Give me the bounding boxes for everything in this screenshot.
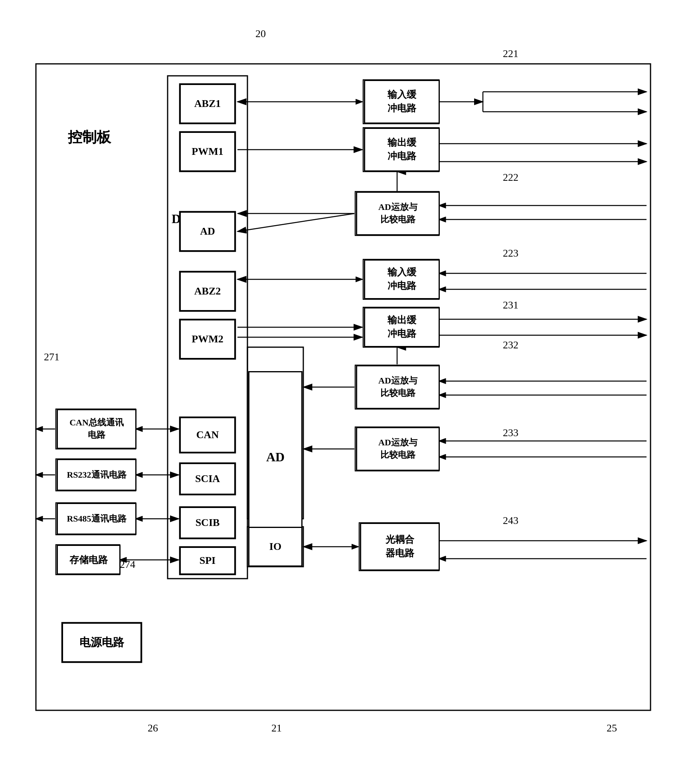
ref-233: 233	[503, 427, 518, 439]
scib-box: SCIB	[180, 507, 235, 539]
opto-box: 光耦合 器电路	[360, 523, 440, 571]
pwm1-box: PWM1	[180, 132, 235, 172]
ref-222: 222	[503, 172, 518, 184]
ad-circuit1-box: AD运放与 比较电路	[356, 192, 440, 235]
scia-box: SCIA	[180, 463, 235, 495]
can-dsp-box: CAN	[180, 417, 235, 453]
ad-main-box: AD	[248, 371, 303, 543]
input-buf1-box: 输入缓 冲电路	[364, 80, 440, 124]
pwm2-box: PWM2	[180, 319, 235, 359]
storage-box: 存储电路	[57, 545, 121, 575]
io-box: IO	[248, 527, 303, 567]
can-circuit-box: CAN总线通讯 电路	[57, 409, 136, 449]
ref-26: 26	[148, 722, 158, 734]
ad-circuit3-box: AD运放与 比较电路	[356, 427, 440, 471]
svg-rect-6	[36, 64, 651, 710]
ref-21: 21	[271, 722, 282, 734]
output-buf2-box: 输出缓 冲电路	[364, 307, 440, 347]
spi-box: SPI	[180, 547, 235, 575]
abz2-box: ABZ2	[180, 271, 235, 311]
output-buf1-box: 输出缓 冲电路	[364, 128, 440, 172]
ref-20: 20	[255, 28, 266, 40]
rs232-box: RS232通讯电路	[57, 459, 136, 491]
ref-274: 274	[120, 559, 135, 571]
board-label: 控制板	[68, 128, 111, 147]
ref-231: 231	[503, 299, 518, 311]
ref-221: 221	[503, 48, 518, 60]
svg-line-41	[237, 213, 354, 231]
ref-243: 243	[503, 515, 518, 527]
abz1-box: ABZ1	[180, 84, 235, 124]
power-box: 电源电路	[62, 623, 142, 662]
ad-dsp-box: AD	[180, 211, 235, 251]
ref-271: 271	[44, 351, 59, 363]
ref-25: 25	[607, 722, 617, 734]
ad-circuit2-box: AD运放与 比较电路	[356, 365, 440, 409]
input-buf2-box: 输入缓 冲电路	[364, 259, 440, 299]
ref-232: 232	[503, 339, 518, 351]
rs485-box: RS485通讯电路	[57, 503, 136, 535]
ref-223: 223	[503, 247, 518, 259]
